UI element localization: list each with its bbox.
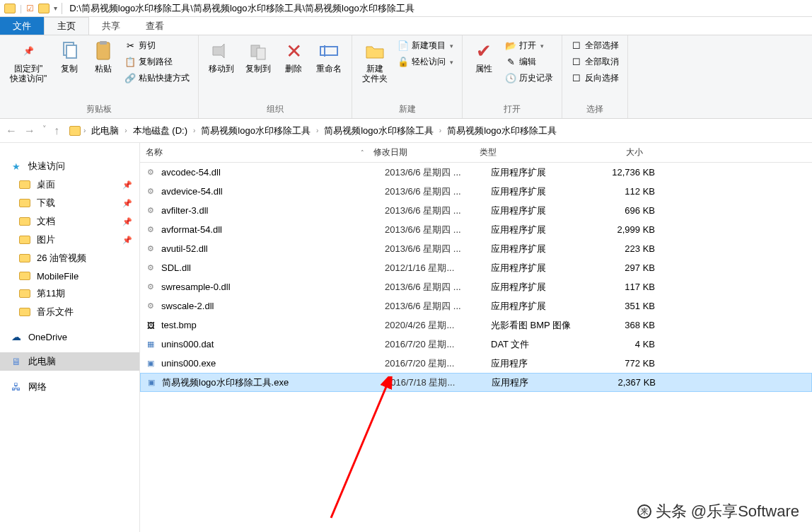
newfolder-button[interactable]: 新建 文件夹 bbox=[358, 38, 392, 85]
properties-button[interactable]: ✔属性 bbox=[468, 38, 499, 75]
sidebar-thispc[interactable]: 🖥此电脑 bbox=[0, 352, 139, 371]
copy-icon bbox=[58, 40, 81, 62]
forward-button[interactable]: → bbox=[24, 125, 35, 137]
file-date: 2013/6/6 星期四 ... bbox=[385, 224, 491, 236]
file-row[interactable]: unins000.exe2016/7/20 星期...应用程序772 KB bbox=[140, 354, 812, 373]
crumb-drive[interactable]: 本地磁盘 (D:) bbox=[130, 123, 190, 139]
group-label-select: 选择 bbox=[568, 102, 622, 115]
column-type[interactable]: 类型 bbox=[480, 146, 586, 158]
edit-button[interactable]: ✎编辑 bbox=[502, 54, 556, 69]
easyaccess-icon: 🔓 bbox=[398, 57, 409, 68]
group-label-new: 新建 bbox=[358, 102, 456, 115]
crumb-folder-3[interactable]: 简易视频logo水印移除工具 bbox=[444, 123, 559, 139]
file-row[interactable]: avutil-52.dll2013/6/6 星期四 ...应用程序扩展223 K… bbox=[140, 239, 812, 258]
crumb-sep[interactable]: › bbox=[316, 127, 318, 134]
file-row[interactable]: 简易视频logo水印移除工具.exe2016/7/18 星期...应用程序2,3… bbox=[140, 373, 812, 392]
delete-button[interactable]: ✕删除 bbox=[278, 38, 309, 75]
crumb-folder-2[interactable]: 简易视频logo水印移除工具 bbox=[321, 123, 436, 139]
paste-button[interactable]: 粘贴 bbox=[88, 38, 119, 75]
file-name: swresample-0.dll bbox=[161, 282, 385, 292]
tab-home[interactable]: 主页 bbox=[44, 17, 89, 35]
sidebar-quick-access[interactable]: ★快速访问 bbox=[0, 157, 139, 175]
selectall-button[interactable]: ☐全部选择 bbox=[568, 38, 622, 53]
open-button[interactable]: 📂打开▾ bbox=[502, 38, 556, 53]
sort-indicator-icon: ˄ bbox=[361, 149, 364, 156]
tab-file[interactable]: 文件 bbox=[0, 17, 44, 35]
file-type: 应用程序扩展 bbox=[491, 243, 597, 255]
cut-button[interactable]: ✂剪切 bbox=[122, 38, 192, 53]
folder-icon bbox=[18, 179, 31, 190]
newitem-icon: 📄 bbox=[398, 40, 409, 52]
folder-icon-2[interactable] bbox=[38, 4, 50, 13]
sidebar-item[interactable]: 音乐文件 bbox=[0, 303, 139, 321]
copy-button[interactable]: 复制 bbox=[54, 38, 85, 75]
file-row[interactable]: unins000.dat2016/7/20 星期...DAT 文件4 KB bbox=[140, 335, 812, 354]
ribbon-group-new: 新建 文件夹 📄新建项目▾ 🔓轻松访问▾ 新建 bbox=[352, 35, 463, 118]
file-row[interactable]: avcodec-54.dll2013/6/6 星期四 ...应用程序扩展12,7… bbox=[140, 163, 812, 182]
file-date: 2012/1/16 星期... bbox=[385, 262, 491, 274]
sidebar-item-pictures[interactable]: 图片📌 bbox=[0, 231, 139, 249]
file-row[interactable]: avdevice-54.dll2013/6/6 星期四 ...应用程序扩展112… bbox=[140, 182, 812, 201]
moveto-button[interactable]: 移动到 bbox=[204, 38, 238, 75]
file-name: unins000.exe bbox=[161, 358, 385, 369]
recent-dropdown[interactable]: ˅ bbox=[42, 125, 47, 137]
rename-button[interactable]: 重命名 bbox=[312, 38, 346, 75]
crumb-thispc[interactable]: 此电脑 bbox=[88, 123, 122, 139]
invert-button[interactable]: ☐反向选择 bbox=[568, 71, 622, 86]
file-type: 应用程序扩展 bbox=[491, 262, 597, 274]
crumb-sep[interactable]: › bbox=[439, 127, 441, 134]
column-name[interactable]: 名称˄ bbox=[140, 146, 373, 158]
pin-button[interactable]: 📌 固定到" 快速访问" bbox=[6, 38, 51, 85]
sidebar-network[interactable]: 🖧网络 bbox=[0, 378, 139, 396]
sidebar-item-documents[interactable]: 文档📌 bbox=[0, 212, 139, 231]
network-icon: 🖧 bbox=[10, 381, 23, 393]
crumb-sep[interactable]: › bbox=[124, 127, 127, 134]
newitem-button[interactable]: 📄新建项目▾ bbox=[395, 38, 456, 53]
column-date[interactable]: 修改日期 bbox=[373, 146, 480, 158]
crumb-sep[interactable]: › bbox=[83, 127, 86, 134]
crumb-folder-1[interactable]: 简易视频logo水印移除工具 bbox=[198, 123, 313, 139]
file-size: 112 KB bbox=[597, 186, 661, 197]
file-row[interactable]: avformat-54.dll2013/6/6 星期四 ...应用程序扩展2,9… bbox=[140, 220, 812, 239]
file-size: 351 KB bbox=[597, 301, 661, 311]
sidebar-onedrive[interactable]: ☁OneDrive bbox=[0, 328, 139, 345]
back-button[interactable]: ← bbox=[6, 125, 17, 137]
quick-access-toolbar: | ☑ ▾ bbox=[0, 3, 66, 14]
file-name: avdevice-54.dll bbox=[161, 186, 385, 197]
file-type: 应用程序扩展 bbox=[491, 185, 597, 198]
path-icon: 📋 bbox=[124, 57, 136, 68]
up-button[interactable]: ↑ bbox=[54, 125, 59, 137]
sidebar-item[interactable]: 26 油管视频 bbox=[0, 249, 139, 267]
file-type: 应用程序扩展 bbox=[491, 300, 597, 313]
svg-rect-6 bbox=[320, 47, 337, 55]
sidebar-item[interactable]: 第11期 bbox=[0, 284, 139, 303]
scissors-icon: ✂ bbox=[124, 40, 136, 52]
sidebar-item-desktop[interactable]: 桌面📌 bbox=[0, 175, 139, 194]
address-bar[interactable]: › 此电脑 › 本地磁盘 (D:) › 简易视频logo水印移除工具 › 简易视… bbox=[66, 120, 806, 141]
tab-view[interactable]: 查看 bbox=[133, 17, 177, 35]
file-row[interactable]: SDL.dll2012/1/16 星期...应用程序扩展297 KB bbox=[140, 258, 812, 277]
shortcut-icon: 🔗 bbox=[124, 73, 136, 84]
crumb-sep[interactable]: › bbox=[193, 127, 195, 134]
selectnone-button[interactable]: ☐全部取消 bbox=[568, 54, 622, 69]
easyaccess-button[interactable]: 🔓轻松访问▾ bbox=[395, 54, 456, 69]
file-row[interactable]: avfilter-3.dll2013/6/6 星期四 ...应用程序扩展696 … bbox=[140, 201, 812, 220]
file-icon bbox=[144, 204, 157, 217]
cloud-icon: ☁ bbox=[10, 331, 23, 342]
file-row[interactable]: swscale-2.dll2013/6/6 星期四 ...应用程序扩展351 K… bbox=[140, 296, 812, 316]
copyto-button[interactable]: 复制到 bbox=[241, 38, 275, 75]
copypath-button[interactable]: 📋复制路径 bbox=[122, 54, 192, 69]
file-row[interactable]: swresample-0.dll2013/6/6 星期四 ...应用程序扩展11… bbox=[140, 277, 812, 296]
history-button[interactable]: 🕓历史记录 bbox=[502, 71, 556, 86]
file-row[interactable]: test.bmp2020/4/26 星期...光影看图 BMP 图像368 KB bbox=[140, 316, 812, 335]
pasteshortcut-button[interactable]: 🔗粘贴快捷方式 bbox=[122, 71, 192, 86]
edit-icon: ✎ bbox=[505, 57, 516, 68]
sidebar-item-downloads[interactable]: 下载📌 bbox=[0, 194, 139, 212]
sidebar-item[interactable]: MobileFile bbox=[0, 267, 139, 284]
qat-check-icon[interactable]: ☑ bbox=[26, 4, 34, 13]
column-size[interactable]: 大小 bbox=[586, 146, 649, 158]
qat-dropdown-icon[interactable]: ▾ bbox=[54, 4, 57, 12]
tab-share[interactable]: 共享 bbox=[89, 17, 133, 35]
pin-icon: 📌 bbox=[122, 217, 132, 226]
file-list: avcodec-54.dll2013/6/6 星期四 ...应用程序扩展12,7… bbox=[140, 163, 812, 392]
